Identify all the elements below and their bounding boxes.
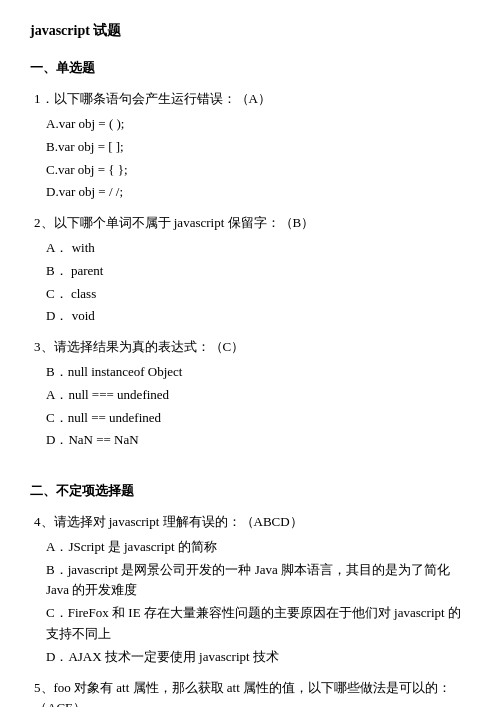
- q1-option-d: D.var obj = / /;: [34, 182, 470, 203]
- q3-option-b: B．null instanceof Object: [34, 362, 470, 383]
- q4-option-d: D．AJAX 技术一定要使用 javascript 技术: [34, 647, 470, 668]
- question-4-text: 4、请选择对 javascript 理解有误的：（ABCD）: [34, 512, 470, 533]
- question-3: 3、请选择结果为真的表达式：（C） B．null instanceof Obje…: [30, 337, 470, 451]
- section-2-title: 二、不定项选择题: [30, 481, 470, 502]
- question-1-text: 1．以下哪条语句会产生运行错误：（A）: [34, 89, 470, 110]
- section-2: 二、不定项选择题 4、请选择对 javascript 理解有误的：（ABCD） …: [30, 481, 470, 707]
- question-1: 1．以下哪条语句会产生运行错误：（A） A.var obj = ( ); B.v…: [30, 89, 470, 203]
- q2-option-b: B． parent: [34, 261, 470, 282]
- question-5-text: 5、foo 对象有 att 属性，那么获取 att 属性的值，以下哪些做法是可以…: [34, 678, 470, 707]
- q2-option-d: D． void: [34, 306, 470, 327]
- q2-option-c: C． class: [34, 284, 470, 305]
- q4-option-a: A．JScript 是 javascript 的简称: [34, 537, 470, 558]
- question-2-text: 2、以下哪个单词不属于 javascript 保留字：（B）: [34, 213, 470, 234]
- q3-option-c: C．null == undefined: [34, 408, 470, 429]
- question-3-text: 3、请选择结果为真的表达式：（C）: [34, 337, 470, 358]
- question-2: 2、以下哪个单词不属于 javascript 保留字：（B） A． with B…: [30, 213, 470, 327]
- question-5: 5、foo 对象有 att 属性，那么获取 att 属性的值，以下哪些做法是可以…: [30, 678, 470, 707]
- q1-option-c: C.var obj = { };: [34, 160, 470, 181]
- page-title: javascript 试题: [30, 20, 470, 42]
- q2-option-a: A． with: [34, 238, 470, 259]
- q4-option-c: C．FireFox 和 IE 存在大量兼容性问题的主要原因在于他们对 javas…: [34, 603, 470, 645]
- q1-option-a: A.var obj = ( );: [34, 114, 470, 135]
- q3-option-d: D．NaN == NaN: [34, 430, 470, 451]
- section-1: 一、单选题 1．以下哪条语句会产生运行错误：（A） A.var obj = ( …: [30, 58, 470, 451]
- question-4: 4、请选择对 javascript 理解有误的：（ABCD） A．JScript…: [30, 512, 470, 668]
- q4-option-b: B．javascript 是网景公司开发的一种 Java 脚本语言，其目的是为了…: [34, 560, 470, 602]
- q3-option-a: A．null === undefined: [34, 385, 470, 406]
- q1-option-b: B.var obj = [ ];: [34, 137, 470, 158]
- section-1-title: 一、单选题: [30, 58, 470, 79]
